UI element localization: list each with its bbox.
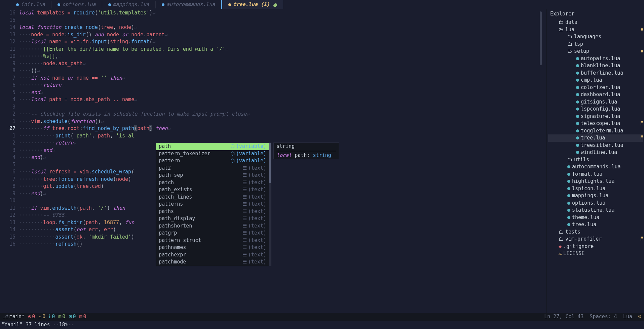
completion-item[interactable]: path⬡(variable) (156, 143, 269, 150)
tree-file[interactable]: ⚖LICENSE (548, 250, 643, 257)
completion-item[interactable]: patch☰(text) (156, 179, 269, 187)
code-line[interactable]: ····local name = vim.fn.input(string.for… (19, 38, 546, 46)
completion-name: patch (159, 179, 242, 186)
tab-autocommands-lua[interactable]: autocommands.lua (156, 1, 222, 8)
tree-folder[interactable]: 🗀data (548, 19, 643, 26)
code-line[interactable]: ····end)↵ (19, 190, 546, 198)
tree-file[interactable]: signature.lua (548, 113, 643, 120)
completion-item[interactable]: pathshorten☰(text) (156, 222, 269, 230)
code-line[interactable]: ····if vim.endswith(path, '/') then (19, 205, 546, 212)
tree-item-label: lspicon.lua (572, 185, 605, 192)
code-line[interactable]: ····if not name or name == '' then↵ (19, 75, 546, 82)
tree-file[interactable]: dashboard.lua (548, 91, 643, 98)
completion-item[interactable]: pat2☰(text) (156, 165, 269, 172)
tab-mappings-lua[interactable]: mappings.lua (102, 1, 156, 8)
code-line[interactable]: ····node = node:is_dir() and node or nod… (19, 31, 546, 39)
code-line[interactable]: ········git.update(tree.cwd) (19, 183, 546, 190)
completion-item[interactable]: patchexpr☰(text) (156, 251, 269, 259)
tree-file[interactable]: ◆.gitignore (548, 243, 643, 250)
code-line[interactable] (19, 104, 546, 111)
code-line[interactable]: local templates = require('utils.templat… (19, 9, 546, 17)
tree-folder[interactable]: 🗀languages (548, 33, 643, 41)
completion-item[interactable]: pattern_struct☰(text) (156, 237, 269, 244)
tree-file[interactable]: telescope.luaM (548, 120, 643, 127)
completion-popup[interactable]: path⬡(variable)pattern_tokenizer⬡(variab… (156, 142, 271, 266)
code-line[interactable]: ········return↵ (19, 82, 546, 89)
code-line[interactable]: ····local refresh = vim.schedule_wrap( (19, 168, 546, 176)
tree-file[interactable]: lspicon.lua (548, 185, 643, 193)
tree-file[interactable]: treesitter.lua (548, 142, 643, 149)
completion-item[interactable]: pattern_tokenizer⬡(variable) (156, 150, 269, 158)
completion-name: pattern (159, 157, 230, 164)
completion-item[interactable]: path_sep☰(text) (156, 172, 269, 179)
code-line[interactable]: ········if tree.root:find_node_by_path(p… (19, 125, 546, 132)
code-line[interactable]: ············assert(not err, err) (19, 226, 546, 234)
tree-file[interactable]: tree.lua (548, 221, 643, 229)
code-line[interactable]: ············assert(ok, 'mkdir failed') (19, 234, 546, 241)
tree-file[interactable]: gitsigns.lua (548, 98, 643, 106)
code-line[interactable]: ····))↵ (19, 67, 546, 75)
tree-file[interactable]: options.lua (548, 200, 643, 207)
code-line[interactable]: ········node.abs_path↵ (19, 60, 546, 68)
tree-folder[interactable]: 🗀tests (548, 229, 643, 236)
completion-item[interactable]: pathnames☰(text) (156, 244, 269, 251)
tree-file[interactable]: highlights.lua (548, 178, 643, 185)
tab-label: mappings.lua (113, 1, 149, 8)
code-line[interactable] (19, 161, 546, 169)
code-line[interactable]: ····end↵ (19, 89, 546, 96)
tree-file[interactable]: bufferline.lua (548, 70, 643, 77)
code-line[interactable]: ············refresh() (19, 241, 546, 248)
code-area[interactable]: local templates = require('utils.templat… (19, 9, 546, 313)
completion-item[interactable]: paths☰(text) (156, 208, 269, 215)
tree-folder[interactable]: 🗁lua• (548, 26, 643, 34)
completion-item[interactable]: patterns☰(text) (156, 201, 269, 208)
tree-file[interactable]: lspconfig.lua (548, 106, 643, 113)
code-line[interactable]: local function create_node(tree, node)↵ (19, 24, 546, 31)
tree-folder[interactable]: 🗀utils (548, 156, 643, 164)
folder-icon: 🗀 (567, 156, 572, 163)
tree-file[interactable]: cmp.lua (548, 77, 643, 84)
code-line[interactable]: ········loop.fs_mkdir(path, 16877, fun (19, 219, 546, 227)
tree-file[interactable]: format.lua (548, 171, 643, 178)
code-line[interactable]: ····-- checking file exists in schedule … (19, 111, 546, 118)
tree-file[interactable]: theme.lua (548, 214, 643, 221)
code-line[interactable] (19, 197, 546, 205)
command-line[interactable]: "Yanil" 37 lines --18%-- (0, 321, 644, 329)
completion-item[interactable]: patgrp☰(text) (156, 230, 269, 237)
tree-file[interactable]: colorizer.lua (548, 84, 643, 91)
code-line[interactable]: ········tree:force_refresh_node(node) (19, 176, 546, 183)
lua-icon (567, 173, 570, 176)
code-line[interactable]: ············print('path', path, 'is al (19, 132, 546, 140)
tree-file[interactable]: statusline.lua (548, 207, 643, 214)
code-line[interactable]: ········%s]],↵ (19, 53, 546, 60)
code-line[interactable]: ········-- 0755↵ (19, 212, 546, 219)
git-del: ⊟ 0 (79, 313, 86, 320)
tree-file[interactable]: blankline.lua (548, 62, 643, 70)
lua-icon (576, 151, 579, 154)
code-line[interactable]: ····vim.schedule(function()↵ (19, 118, 546, 125)
code-line[interactable] (19, 17, 546, 24)
tree-file[interactable]: toggleterm.lua (548, 127, 643, 135)
completion-item[interactable]: path_exists☰(text) (156, 186, 269, 194)
tree-file[interactable]: windline.lua (548, 149, 643, 156)
tree-file[interactable]: mappings.lua (548, 192, 643, 200)
completion-item[interactable]: path_display☰(text) (156, 215, 269, 222)
tab-tree-lua--1-[interactable]: tree.lua (1)● (221, 0, 283, 9)
editor[interactable]: 1615141312111098765432127123456789101112… (0, 9, 546, 313)
tree-file[interactable]: tree.luaM (548, 134, 643, 142)
file-explorer[interactable]: Explorer 🗀data🗁lua•🗀languages🗀lsp🗁setup•… (546, 9, 644, 313)
tree-folder[interactable]: 🗁setup• (548, 48, 643, 55)
completion-item[interactable]: pattern⬡(variable) (156, 157, 269, 165)
tree-file[interactable]: autocommands.lua (548, 163, 643, 171)
editor-scrollbar[interactable] (540, 11, 542, 65)
tree-file[interactable]: autopairs.lua (548, 55, 643, 63)
completion-item[interactable]: patch_lines☰(text) (156, 194, 269, 201)
code-line[interactable]: ········[[Enter the dir/file name to be … (19, 46, 546, 53)
tab-init-lua[interactable]: init.lua (10, 1, 51, 8)
code-line[interactable]: ····local path = node.abs_path .. name↵ (19, 96, 546, 104)
tree-folder[interactable]: 🗀vim-profilerM (548, 236, 643, 243)
completion-item[interactable]: patchmode☰(text) (156, 258, 269, 266)
tab-options-lua[interactable]: options.lua (51, 1, 102, 8)
completion-scrollbar[interactable] (269, 143, 271, 266)
tree-folder[interactable]: 🗀lsp (548, 41, 643, 48)
